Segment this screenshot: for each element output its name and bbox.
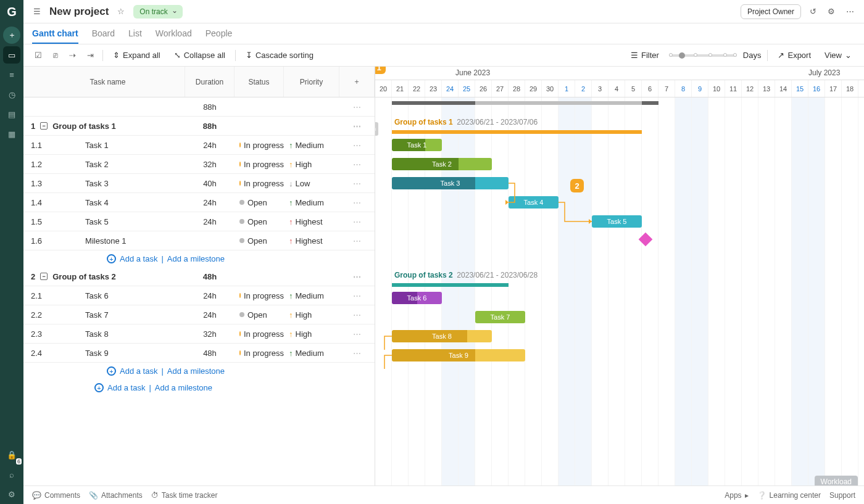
task-status[interactable]: In progress	[235, 141, 284, 150]
day-cell[interactable]: 14	[775, 80, 792, 97]
row-menu[interactable]: ⋯	[339, 291, 375, 300]
task-bar[interactable]: Task 9	[392, 349, 525, 361]
task-row[interactable]: 2.4Task 9 48hIn progress↑ Medium⋯	[23, 344, 375, 363]
task-priority[interactable]: ↑ Highest	[284, 236, 339, 246]
day-cell[interactable]: 28	[509, 80, 525, 97]
group-row[interactable]: 1− Group of tasks 1 88h⋯	[23, 117, 375, 136]
filter-button[interactable]: ☰ Filter	[627, 48, 663, 62]
task-priority[interactable]: ↑ Medium	[284, 141, 339, 150]
task-status[interactable]: In progress	[235, 179, 284, 188]
day-cell[interactable]: 7	[658, 80, 675, 97]
day-cell[interactable]: 4	[609, 80, 625, 97]
workload-toggle[interactable]: Workload	[815, 477, 858, 485]
task-bar[interactable]: Task 1	[392, 139, 442, 151]
row-menu[interactable]: ⋯	[339, 310, 375, 320]
task-bar[interactable]: Task 8	[392, 330, 492, 342]
view-button[interactable]: View ⌄	[821, 48, 855, 62]
task-bar[interactable]: Task 4	[509, 196, 559, 209]
hierarchy-icon[interactable]: ☰	[31, 4, 43, 19]
task-status[interactable]: In progress	[235, 349, 284, 358]
day-cell[interactable]: 20	[375, 80, 392, 97]
history-icon[interactable]: ↺	[807, 4, 819, 19]
cascade-sort-button[interactable]: ↧ Cascade sorting	[242, 48, 317, 62]
group-bar[interactable]	[392, 283, 509, 287]
gantt-body[interactable]: Group of tasks 1 2023/06/21 - 2023/07/06…	[375, 97, 864, 485]
day-cell[interactable]: 22	[409, 80, 425, 97]
expand-all-button[interactable]: ⇕ Expand all	[109, 48, 164, 62]
day-cell[interactable]: 24	[442, 80, 459, 97]
day-cell[interactable]: 12	[742, 80, 758, 97]
task-status[interactable]: In progress	[235, 329, 284, 339]
group-bar[interactable]	[392, 130, 642, 134]
task-priority[interactable]: ↑ Medium	[284, 291, 339, 300]
row-menu[interactable]: ⋯	[339, 217, 375, 226]
row-menu[interactable]: ⋯	[339, 349, 375, 358]
task-row[interactable]: 1.4Task 4 24hOpen↑ Medium⋯	[23, 193, 375, 212]
task-priority[interactable]: ↑ High	[284, 160, 339, 169]
day-cell[interactable]: 5	[625, 80, 642, 97]
row-menu[interactable]: ⋯	[339, 179, 375, 188]
row-menu[interactable]: ⋯	[339, 198, 375, 207]
add-task-link[interactable]: Add a task	[120, 254, 157, 263]
day-cell[interactable]: 13	[758, 80, 775, 97]
day-cell[interactable]: 15	[792, 80, 808, 97]
checkbox-tool-icon[interactable]: ☑	[32, 48, 44, 62]
day-cell[interactable]: 2	[575, 80, 592, 97]
lock-icon[interactable]: 🔒6	[3, 446, 20, 463]
task-row[interactable]: 2.2Task 7 24hOpen↑ High⋯	[23, 305, 375, 324]
add-milestone-link[interactable]: Add a milestone	[155, 383, 212, 392]
settings-icon[interactable]: ⚙	[3, 485, 20, 503]
task-row[interactable]: 2.3Task 8 32hIn progress↑ High⋯	[23, 324, 375, 344]
tab-gantt-chart[interactable]: Gantt chart	[32, 23, 78, 44]
task-status[interactable]: Open	[235, 198, 284, 207]
day-cell[interactable]: 25	[459, 80, 475, 97]
day-cell[interactable]: 6	[642, 80, 658, 97]
time-tracker-button[interactable]: ⏱ Task time tracker	[151, 491, 218, 500]
project-summary-bar[interactable]	[392, 101, 658, 105]
project-owner-button[interactable]: Project Owner	[741, 4, 801, 19]
tab-board[interactable]: Board	[92, 23, 115, 44]
row-menu[interactable]: ⋯	[339, 329, 375, 339]
report-icon[interactable]: ▤	[3, 105, 20, 123]
day-cell[interactable]: 8	[675, 80, 692, 97]
day-cell[interactable]: 10	[708, 80, 725, 97]
row-menu[interactable]: ⋯	[339, 236, 375, 246]
day-cell[interactable]: 16	[808, 80, 825, 97]
task-row[interactable]: 1.3Task 3 40hIn progress↓ Low⋯	[23, 174, 375, 193]
row-menu[interactable]: ⋯	[339, 141, 375, 150]
tab-people[interactable]: People	[206, 23, 233, 44]
collapse-icon[interactable]: −	[40, 273, 48, 280]
collapse-all-button[interactable]: ⤡ Collapse all	[170, 48, 229, 62]
task-bar[interactable]: Task 3	[392, 177, 509, 189]
day-cell[interactable]: 18	[842, 80, 858, 97]
clock-icon[interactable]: ◷	[3, 86, 20, 103]
day-cell[interactable]: 3	[592, 80, 609, 97]
comments-button[interactable]: 💬 Comments	[32, 491, 80, 500]
indent-tool-icon[interactable]: ⇥	[85, 48, 96, 62]
add-milestone-link[interactable]: Add a milestone	[167, 366, 225, 376]
task-status[interactable]: In progress	[235, 160, 284, 169]
project-status-chip[interactable]: On track	[133, 5, 182, 19]
day-cell[interactable]: 26	[475, 80, 492, 97]
add-milestone-link[interactable]: Add a milestone	[167, 254, 225, 263]
task-bar[interactable]: Task 6	[392, 292, 442, 304]
task-bar[interactable]: Task 2	[392, 158, 492, 170]
tab-workload[interactable]: Workload	[156, 23, 192, 44]
assign-tool-icon[interactable]: ⎚	[51, 48, 60, 62]
learning-center-button[interactable]: ❔ Learning center	[757, 491, 821, 500]
row-menu[interactable]: ⋯	[339, 272, 375, 281]
list-icon[interactable]: ≡	[3, 66, 20, 83]
task-priority[interactable]: ↑ Highest	[284, 217, 339, 226]
task-status[interactable]: Open	[235, 236, 284, 246]
add-column-button[interactable]: ＋	[339, 67, 375, 97]
day-cell[interactable]: 30	[542, 80, 559, 97]
zoom-slider[interactable]	[669, 54, 737, 57]
create-button[interactable]: ＋	[3, 27, 20, 44]
task-status[interactable]: Open	[235, 310, 284, 320]
day-cell[interactable]: 1	[559, 80, 575, 97]
task-row[interactable]: 1.2Task 2 32hIn progress↑ High⋯	[23, 155, 375, 174]
task-status[interactable]: In progress	[235, 291, 284, 300]
apps-button[interactable]: Apps ▸	[725, 491, 748, 500]
support-button[interactable]: Support	[829, 491, 855, 500]
apps-icon[interactable]: ▦	[3, 125, 20, 143]
